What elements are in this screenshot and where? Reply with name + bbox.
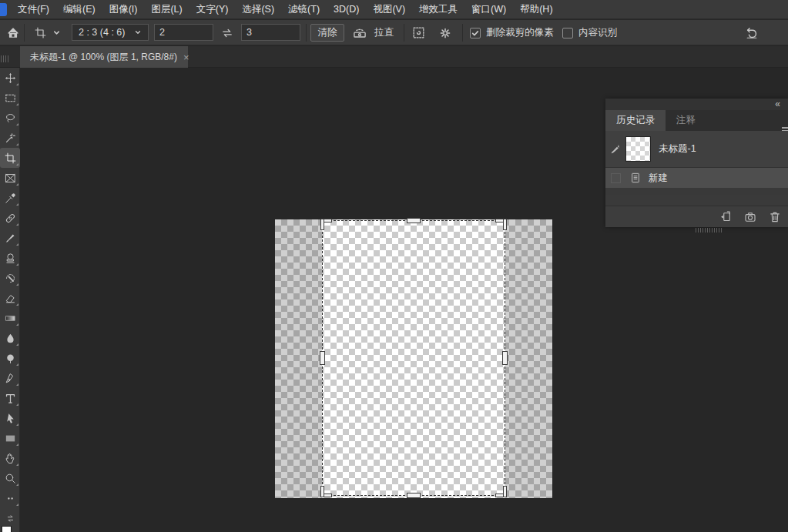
- delete-cropped-pixels-checkbox[interactable]: [470, 28, 481, 38]
- crop-width-input[interactable]: [154, 24, 213, 41]
- menu-view[interactable]: 视图(V): [366, 0, 412, 19]
- crop-handle-top-right[interactable]: [496, 219, 506, 229]
- document-tab[interactable]: 未标题-1 @ 100% (图层 1, RGB/8#) ×: [20, 46, 188, 68]
- history-state-label: 新建: [649, 172, 668, 185]
- eraser-tool[interactable]: [0, 288, 20, 308]
- crop-ratio-value: 2 : 3 (4 : 6): [79, 27, 125, 38]
- close-tab-icon[interactable]: ×: [183, 52, 189, 63]
- delete-cropped-pixels-option[interactable]: 删除裁剪的像素: [470, 20, 554, 45]
- delete-state-trash-icon[interactable]: [768, 210, 782, 224]
- zoom-tool[interactable]: [0, 468, 20, 488]
- crop-handle-right[interactable]: [503, 352, 507, 364]
- content-aware-option[interactable]: 内容识别: [562, 20, 617, 45]
- snapshot-label: 未标题-1: [659, 142, 696, 156]
- crop-handle-top-left[interactable]: [321, 219, 331, 229]
- panel-header: «: [605, 99, 788, 110]
- crop-tool[interactable]: [0, 148, 20, 168]
- history-source-well[interactable]: [605, 173, 625, 183]
- crop-ratio-select[interactable]: 2 : 3 (4 : 6): [72, 24, 149, 41]
- clone-stamp-tool[interactable]: [0, 248, 20, 268]
- move-tool[interactable]: [0, 68, 20, 88]
- straighten-icon[interactable]: [352, 20, 367, 45]
- frame-tool[interactable]: [0, 168, 20, 188]
- menu-type[interactable]: 文字(Y): [189, 0, 236, 19]
- separator: [24, 24, 25, 42]
- crop-tool-preset-icon[interactable]: [34, 20, 47, 45]
- history-brush-tool[interactable]: [0, 268, 20, 288]
- menu-image[interactable]: 图像(I): [102, 0, 145, 19]
- separator: [306, 24, 307, 42]
- new-snapshot-camera-icon[interactable]: [743, 210, 757, 224]
- gradient-tool[interactable]: [0, 308, 20, 328]
- crop-handle-bottom-right[interactable]: [496, 487, 506, 497]
- crop-options-bar: 2 : 3 (4 : 6) 清除 拉直 删除裁剪的像素 内容识别: [0, 20, 788, 45]
- lasso-tool[interactable]: [0, 108, 20, 128]
- new-document-state-icon: [625, 172, 645, 184]
- path-select-tool[interactable]: [0, 408, 20, 428]
- crop-height-input[interactable]: [241, 24, 300, 41]
- clear-button[interactable]: 清除: [310, 24, 344, 42]
- more-tools-icon[interactable]: [0, 488, 20, 508]
- menu-edit[interactable]: 编辑(E): [56, 0, 102, 19]
- crop-settings-gear-icon[interactable]: [438, 20, 452, 45]
- crop-handle-bottom-left[interactable]: [321, 487, 331, 497]
- eyedropper-tool[interactable]: [0, 188, 20, 208]
- menu-3d[interactable]: 3D(D): [327, 0, 366, 19]
- dodge-tool[interactable]: [0, 348, 20, 368]
- shape-rectangle-tool[interactable]: [0, 428, 20, 448]
- collapse-panel-icon[interactable]: «: [775, 99, 780, 109]
- menu-window[interactable]: 窗口(W): [464, 0, 513, 19]
- separator: [404, 24, 404, 42]
- menu-plugins[interactable]: 增效工具: [412, 0, 464, 19]
- crop-handle-bottom[interactable]: [407, 494, 420, 497]
- tool-preset-chevron-icon[interactable]: [52, 20, 61, 45]
- hand-tool[interactable]: [0, 448, 20, 468]
- toolbar-grip[interactable]: [1, 55, 10, 62]
- document-checkerboard[interactable]: [275, 219, 552, 498]
- chevron-down-icon: [134, 28, 142, 36]
- menu-layer[interactable]: 图层(L): [144, 0, 189, 19]
- straighten-label[interactable]: 拉直: [374, 20, 394, 45]
- tools-panel: [0, 68, 20, 532]
- blur-tool[interactable]: [0, 328, 20, 348]
- home-icon[interactable]: [6, 20, 20, 45]
- crop-handle-top[interactable]: [407, 219, 420, 223]
- menu-help[interactable]: 帮助(H): [513, 0, 559, 19]
- brush-tool[interactable]: [0, 228, 20, 248]
- crop-shield-left: [275, 219, 322, 498]
- crop-handle-left[interactable]: [320, 352, 324, 364]
- pen-tool[interactable]: [0, 368, 20, 388]
- swap-width-height-icon[interactable]: [220, 20, 234, 45]
- photoshop-logo: [0, 3, 7, 16]
- history-panel: « 历史记录 注释 未标题-1 新建: [605, 99, 788, 227]
- healing-brush-tool[interactable]: [0, 208, 20, 228]
- menu-filter[interactable]: 滤镜(T): [281, 0, 327, 19]
- snapshot-thumbnail[interactable]: [625, 136, 651, 162]
- menu-bar: 文件(F) 编辑(E) 图像(I) 图层(L) 文字(Y) 选择(S) 滤镜(T…: [0, 0, 788, 19]
- menu-file[interactable]: 文件(F): [11, 0, 56, 19]
- history-brush-source-icon[interactable]: [605, 143, 625, 156]
- history-list: 未标题-1 新建: [605, 131, 788, 195]
- separator: [462, 24, 463, 42]
- new-document-from-state-icon[interactable]: [719, 210, 733, 224]
- document-tab-bar: 未标题-1 @ 100% (图层 1, RGB/8#) ×: [0, 46, 788, 68]
- delete-cropped-pixels-label: 删除裁剪的像素: [486, 26, 554, 39]
- document-tab-title: 未标题-1 @ 100% (图层 1, RGB/8#): [30, 51, 177, 64]
- history-snapshot-row[interactable]: 未标题-1: [605, 131, 788, 168]
- tab-history[interactable]: 历史记录: [605, 110, 666, 131]
- type-tool[interactable]: [0, 388, 20, 408]
- crop-bounding-box[interactable]: [322, 220, 505, 496]
- crop-shield-right: [505, 219, 552, 498]
- crop-overlay-options-icon[interactable]: [411, 20, 426, 45]
- panel-footer: [605, 206, 788, 227]
- tab-notes[interactable]: 注释: [666, 110, 706, 131]
- magic-wand-tool[interactable]: [0, 128, 20, 148]
- panel-resize-grip[interactable]: [696, 228, 723, 233]
- foreground-color-swatch[interactable]: [2, 526, 12, 532]
- history-state-row[interactable]: 新建: [605, 168, 788, 188]
- panel-tab-bar: 历史记录 注释: [605, 110, 788, 131]
- reset-tool-icon[interactable]: [744, 20, 759, 45]
- content-aware-checkbox[interactable]: [562, 28, 573, 38]
- menu-select[interactable]: 选择(S): [235, 0, 281, 19]
- marquee-tool[interactable]: [0, 88, 20, 108]
